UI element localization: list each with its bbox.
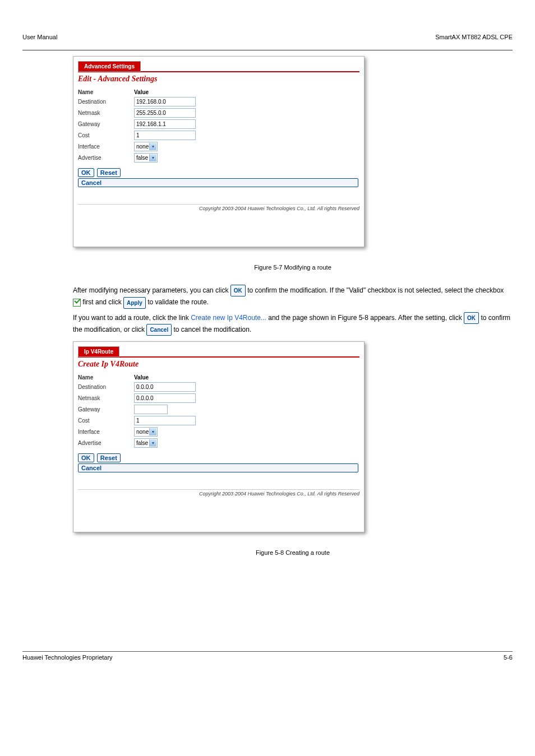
netmask-input[interactable]: [134, 108, 196, 118]
col-header-name-2: Name: [78, 374, 134, 381]
label-cost: Cost: [78, 132, 134, 138]
label-gateway: Gateway: [78, 121, 134, 127]
edit-advanced-settings-panel: Advanced Settings Edit - Advanced Settin…: [73, 56, 365, 247]
label-destination: Destination: [78, 99, 134, 105]
footer-page-number: 5-6: [504, 654, 513, 661]
label-advertise-2: Advertise: [78, 440, 134, 446]
copyright-text: Copyright 2003-2004 Huawei Technologies …: [78, 204, 359, 211]
panel-title: Edit - Advanced Settings: [78, 75, 359, 84]
footer-left: Huawei Technologies Proprietary: [22, 654, 113, 661]
figure-caption-2: Figure 5-8 Creating a route: [73, 549, 513, 556]
create-route-link: Create new Ip V4Route...: [191, 314, 266, 322]
label-interface: Interface: [78, 143, 134, 150]
destination-input-2[interactable]: [134, 382, 196, 392]
interface-select-2[interactable]: none ▼: [134, 427, 158, 437]
interface-select-value-2: none: [136, 429, 149, 435]
interface-select-value: none: [136, 143, 149, 150]
copyright-text-2: Copyright 2003-2004 Huawei Technologies …: [78, 489, 359, 497]
label-gateway-2: Gateway: [78, 406, 134, 412]
ok-button-2[interactable]: OK: [78, 453, 94, 462]
chevron-down-icon: ▼: [149, 428, 156, 435]
chevron-down-icon: ▼: [149, 439, 156, 447]
chevron-down-icon: ▼: [149, 154, 156, 161]
col-header-value-2: Value: [134, 374, 149, 381]
ok-button-inline-2: OK: [464, 312, 479, 324]
cost-input-2[interactable]: [134, 416, 196, 425]
reset-button[interactable]: Reset: [97, 168, 121, 177]
label-netmask-2: Netmask: [78, 395, 134, 401]
checkbox-valid-icon: [73, 299, 81, 307]
reset-button-2[interactable]: Reset: [97, 453, 121, 462]
advertise-select-2[interactable]: false ▼: [134, 438, 158, 448]
paragraph-1: After modifying necessary parameters, yo…: [73, 285, 513, 309]
chevron-down-icon: ▼: [149, 143, 156, 150]
interface-select[interactable]: none ▼: [134, 142, 158, 151]
label-advertise: Advertise: [78, 155, 134, 161]
ok-button-inline: OK: [230, 285, 246, 296]
doc-title-left: User Manual: [22, 34, 57, 40]
doc-title-right: SmartAX MT882 ADSL CPE: [435, 34, 513, 40]
paragraph-2: If you want to add a route, click the li…: [73, 312, 513, 336]
cancel-button-inline: Cancel: [146, 324, 172, 336]
tab-ip-v4route[interactable]: Ip V4Route: [78, 346, 119, 357]
netmask-input-2[interactable]: [134, 393, 196, 403]
apply-button-inline: Apply: [123, 297, 146, 309]
label-interface-2: Interface: [78, 429, 134, 435]
cost-input[interactable]: [134, 131, 196, 140]
label-netmask: Netmask: [78, 110, 134, 116]
ok-button[interactable]: OK: [78, 168, 94, 177]
cancel-button[interactable]: Cancel: [78, 178, 358, 187]
panel-title-2: Create Ip V4Route: [78, 360, 359, 369]
gateway-input-2[interactable]: [134, 405, 168, 414]
advertise-select-value-2: false: [136, 440, 148, 446]
create-ip-v4route-panel: Ip V4Route Create Ip V4Route Name Value …: [73, 341, 365, 532]
advertise-select[interactable]: false ▼: [134, 153, 158, 163]
label-cost-2: Cost: [78, 418, 134, 424]
advertise-select-value: false: [136, 155, 148, 161]
tab-advanced-settings[interactable]: Advanced Settings: [78, 61, 141, 72]
cancel-button-2[interactable]: Cancel: [78, 463, 358, 472]
destination-input[interactable]: [134, 97, 196, 106]
gateway-input[interactable]: [134, 119, 196, 129]
col-header-name: Name: [78, 89, 134, 95]
figure-caption-1: Figure 5-7 Modifying a route: [73, 264, 513, 271]
label-destination-2: Destination: [78, 384, 134, 390]
col-header-value: Value: [134, 89, 149, 95]
